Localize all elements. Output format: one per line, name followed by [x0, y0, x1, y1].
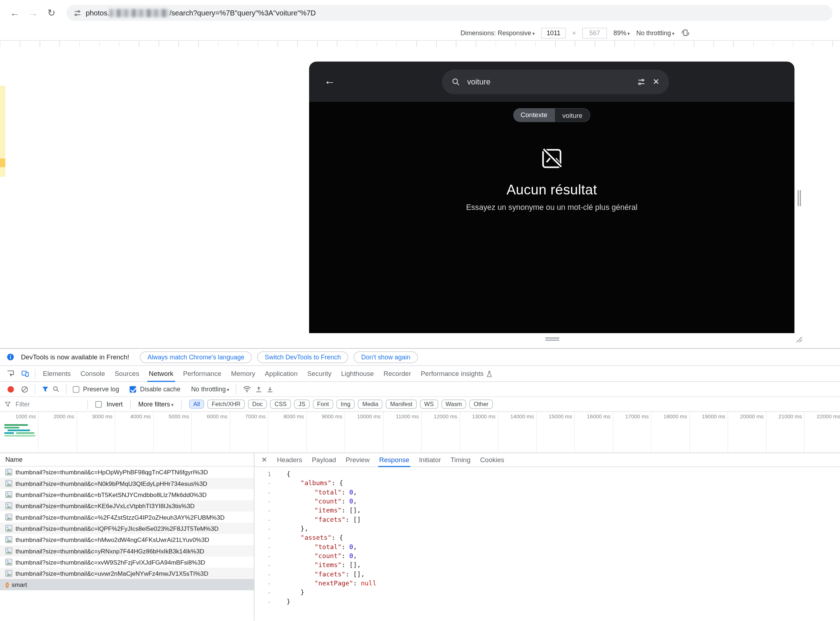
search-network-icon[interactable] [53, 386, 59, 392]
viewport-width-input[interactable]: 1011 [541, 28, 566, 38]
tab-network[interactable]: Network [144, 366, 178, 382]
flask-icon [486, 371, 492, 377]
zoom-select[interactable]: 89%▾ [614, 29, 630, 37]
viewport-resize-handle-right[interactable] [798, 190, 801, 206]
request-row[interactable]: thumbnail?size=thumbnail&c=N0k9bPMqU3QlE… [0, 478, 254, 489]
filter-icon[interactable] [42, 386, 49, 392]
search-filters-icon[interactable] [637, 77, 646, 86]
import-har-icon[interactable] [255, 385, 262, 393]
forward-icon[interactable]: → [26, 5, 41, 20]
infobar-button-don-t-show-again[interactable]: Don't show again [354, 351, 418, 363]
dimensions-select[interactable]: Dimensions: Responsive▾ [461, 29, 535, 37]
reload-icon[interactable]: ↻ [44, 5, 59, 20]
filter-input[interactable]: Filter [15, 400, 80, 408]
filter-chip-wasm[interactable]: Wasm [441, 400, 466, 409]
request-row[interactable]: thumbnail?size=thumbnail&c=bT5KetSNJYCmd… [0, 489, 254, 500]
invert-label[interactable]: Invert [107, 400, 123, 408]
app-chip-voiture[interactable]: voiture [555, 108, 591, 122]
close-details-icon[interactable]: ✕ [257, 456, 272, 463]
line-gutter: - [255, 524, 278, 533]
tab-label: Application [265, 370, 298, 378]
details-tab-timing[interactable]: Timing [446, 453, 475, 467]
filter-chip-doc[interactable]: Doc [248, 400, 267, 409]
context-chip-row: Contextevoiture [309, 108, 795, 122]
filter-chip-ws[interactable]: WS [420, 400, 438, 409]
response-line: -"assets": { [255, 533, 840, 542]
tab-performance[interactable]: Performance [178, 366, 226, 382]
more-filters-select[interactable]: More filters▾ [138, 400, 174, 408]
viewport-resize-handle-bottom[interactable] [545, 338, 559, 341]
network-throttling-select[interactable]: No throttling▾ [191, 385, 229, 393]
inspect-element-icon[interactable] [3, 367, 18, 380]
token: , [353, 488, 357, 496]
app-chip-contexte[interactable]: Contexte [513, 108, 555, 122]
request-row[interactable]: thumbnail?size=thumbnail&c=KE6eJVxLcVtpb… [0, 500, 254, 511]
tab-elements[interactable]: Elements [38, 366, 76, 382]
invert-checkbox[interactable] [95, 401, 102, 407]
filter-chip-font[interactable]: Font [313, 400, 333, 409]
details-tab-payload[interactable]: Payload [307, 453, 341, 467]
request-name: thumbnail?size=thumbnail&c=%2F4ZstStzzG4… [15, 514, 224, 520]
filter-chip-media[interactable]: Media [358, 400, 383, 409]
back-icon[interactable]: ← [8, 5, 23, 20]
filter-chip-js[interactable]: JS [294, 400, 309, 409]
line-code: "items": [], [278, 560, 361, 570]
request-row[interactable]: thumbnail?size=thumbnail&c=hMwo2dW4ngC4F… [0, 534, 254, 545]
viewport-resize-handle-corner[interactable] [796, 335, 803, 345]
line-code: "total": 0, [278, 543, 357, 551]
filter-chip-css[interactable]: CSS [270, 400, 291, 409]
tab-lighthouse[interactable]: Lighthouse [337, 366, 379, 382]
details-tab-preview[interactable]: Preview [341, 453, 374, 467]
address-bar[interactable]: photos. /search?query=%7B"query"%3A"voit… [67, 5, 832, 21]
export-har-icon[interactable] [266, 385, 274, 393]
tab-sources[interactable]: Sources [110, 366, 144, 382]
toggle-device-toolbar-icon[interactable] [18, 367, 32, 380]
throttling-select[interactable]: No throttling▾ [636, 29, 674, 37]
tab-label: Security [307, 370, 331, 378]
filter-chip-all[interactable]: All [189, 400, 204, 409]
filter-chip-other[interactable]: Other [469, 400, 493, 409]
dimensions-times: × [572, 29, 576, 37]
token: , [353, 498, 357, 505]
network-overview-timeline[interactable]: 1000 ms2000 ms3000 ms4000 ms5000 ms6000 … [0, 412, 840, 453]
clear-network-log-icon[interactable] [21, 385, 29, 393]
tab-application[interactable]: Application [260, 366, 302, 382]
details-tab-initiator[interactable]: Initiator [414, 453, 446, 467]
record-network-log-icon[interactable] [8, 386, 14, 392]
request-row[interactable]: thumbnail?size=thumbnail&c=xvW9S2hFzjFvI… [0, 557, 254, 568]
tab-label: Memory [231, 370, 255, 378]
preserve-log-label[interactable]: Preserve log [83, 385, 119, 393]
request-row[interactable]: {}smart [0, 579, 254, 590]
tab-memory[interactable]: Memory [226, 366, 260, 382]
request-row[interactable]: thumbnail?size=thumbnail&c=lQPF%2FyJIcs8… [0, 523, 254, 534]
disable-cache-checkbox[interactable] [130, 386, 136, 392]
preserve-log-checkbox[interactable] [73, 386, 79, 392]
viewport-area: ← voiture ✕ Contextevoiture Aucun [0, 41, 840, 348]
token: : [341, 543, 349, 551]
network-conditions-icon[interactable] [243, 386, 251, 392]
tab-security[interactable]: Security [302, 366, 336, 382]
clear-search-icon[interactable]: ✕ [653, 77, 660, 87]
app-search-bar[interactable]: voiture ✕ [442, 70, 669, 94]
request-row[interactable]: thumbnail?size=thumbnail&c=HpOpWyPhBF98q… [0, 467, 254, 478]
filter-chip-manifest[interactable]: Manifest [386, 400, 417, 409]
request-row[interactable]: thumbnail?size=thumbnail&c=yRNxnp7F44HGz… [0, 545, 254, 556]
request-row[interactable]: thumbnail?size=thumbnail&c=uvwr2nMaCjeNY… [0, 568, 254, 579]
disable-cache-label[interactable]: Disable cache [140, 385, 180, 393]
viewport-height-input[interactable]: 567 [582, 28, 607, 38]
filter-chip-fetch-xhr[interactable]: Fetch/XHR [208, 400, 245, 409]
tab-recorder[interactable]: Recorder [379, 366, 416, 382]
rotate-device-icon[interactable] [681, 29, 690, 37]
details-tab-response[interactable]: Response [375, 453, 414, 467]
filter-chip-img[interactable]: Img [337, 400, 355, 409]
details-tab-cookies[interactable]: Cookies [475, 453, 509, 467]
app-back-icon[interactable]: ← [324, 74, 335, 87]
infobar-button-switch-devtools-to-french[interactable]: Switch DevTools to French [257, 351, 348, 363]
tab-performance-insights[interactable]: Performance insights [416, 366, 497, 382]
tab-console[interactable]: Console [76, 366, 110, 382]
infobar-button-always-match-chrome-s-language[interactable]: Always match Chrome's language [140, 351, 252, 363]
site-settings-icon[interactable] [73, 9, 81, 17]
request-row[interactable]: thumbnail?size=thumbnail&c=%2F4ZstStzzG4… [0, 511, 254, 523]
request-list-name-header[interactable]: Name [0, 453, 254, 467]
details-tab-headers[interactable]: Headers [272, 453, 307, 467]
